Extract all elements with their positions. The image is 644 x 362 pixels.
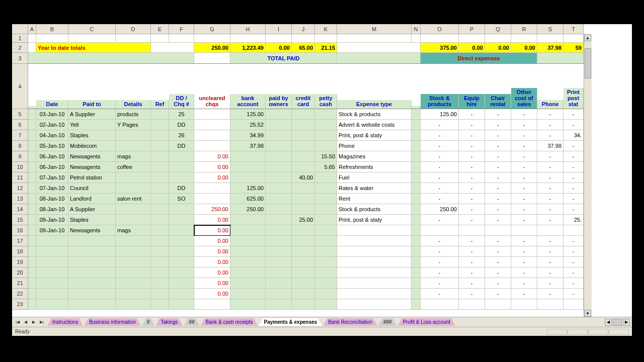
cell[interactable] — [169, 289, 194, 299]
header-K[interactable]: petty cash — [315, 94, 337, 109]
cell[interactable] — [194, 130, 230, 141]
cell[interactable]: - — [564, 289, 584, 299]
cell[interactable]: 0.00 — [194, 151, 230, 162]
cell[interactable] — [68, 299, 116, 310]
cell[interactable]: Print, post & staty — [337, 130, 412, 141]
cell[interactable]: 09-Jan-10 — [36, 225, 68, 236]
cell[interactable] — [266, 246, 292, 257]
cell[interactable]: - — [421, 278, 459, 289]
cell[interactable] — [36, 289, 68, 299]
cell[interactable] — [412, 162, 421, 172]
cell[interactable] — [315, 246, 337, 257]
cell[interactable]: Refreshments — [337, 162, 412, 172]
cell[interactable]: - — [485, 194, 511, 204]
cell[interactable] — [28, 109, 36, 120]
cell[interactable]: 375.00 — [421, 43, 459, 53]
cell[interactable] — [28, 151, 36, 162]
row-header-12[interactable]: 12 — [12, 183, 28, 194]
direct-expenses-header[interactable]: Direct expenses — [421, 53, 537, 64]
cell[interactable]: Rates & water — [337, 183, 412, 194]
col-header-R[interactable]: R — [511, 24, 537, 34]
cell[interactable] — [412, 109, 421, 120]
scroll-right-icon[interactable]: ▶ — [623, 319, 630, 326]
cell[interactable] — [28, 215, 36, 225]
cell[interactable]: - — [485, 278, 511, 289]
header-Q[interactable]: Chair rental — [485, 94, 511, 109]
cell[interactable] — [337, 34, 412, 43]
cell[interactable]: - — [421, 194, 459, 204]
row-header-19[interactable]: 19 — [12, 257, 28, 267]
header-I[interactable]: paid by owners — [266, 94, 292, 109]
cell[interactable] — [412, 183, 421, 194]
cell[interactable]: - — [537, 278, 564, 289]
cell[interactable] — [315, 109, 337, 120]
cell[interactable]: Mobilecom — [68, 141, 116, 151]
cell[interactable] — [266, 172, 292, 183]
cell[interactable]: - — [421, 289, 459, 299]
cell[interactable] — [266, 120, 292, 130]
cell[interactable] — [151, 225, 169, 236]
cell[interactable]: - — [537, 215, 564, 225]
cell[interactable]: - — [421, 215, 459, 225]
select-all-corner[interactable] — [12, 24, 28, 34]
cell[interactable] — [266, 236, 292, 246]
col-header-S[interactable]: S — [537, 24, 564, 34]
header-O[interactable]: Stock & products — [421, 94, 459, 109]
cell[interactable]: Yell — [68, 120, 116, 130]
cell[interactable] — [116, 130, 151, 141]
cell[interactable] — [151, 267, 169, 278]
cell[interactable] — [230, 162, 266, 172]
cell[interactable]: 65.00 — [292, 43, 315, 53]
cell[interactable] — [537, 225, 564, 236]
cell[interactable] — [28, 236, 36, 246]
scroll-thumb[interactable] — [585, 48, 591, 78]
cell[interactable]: 06-Jan-10 — [36, 162, 68, 172]
cell[interactable] — [151, 162, 169, 172]
header-G[interactable]: uncleared chqs — [194, 94, 230, 109]
sheet-tab[interactable]: Business information — [84, 318, 141, 326]
cell[interactable]: 0.00 — [194, 278, 230, 289]
cell[interactable] — [292, 299, 315, 310]
cell[interactable]: - — [459, 194, 485, 204]
cell[interactable] — [266, 141, 292, 151]
cell[interactable] — [292, 183, 315, 194]
cell[interactable]: 25.52 — [230, 120, 266, 130]
cell[interactable]: Magazines — [337, 151, 412, 162]
cell[interactable] — [292, 236, 315, 246]
cell[interactable]: 34. — [564, 130, 584, 141]
cell[interactable]: - — [564, 109, 584, 120]
cell[interactable]: 06-Jan-10 — [36, 151, 68, 162]
header-C[interactable]: Paid to — [68, 100, 116, 109]
cell[interactable]: - — [485, 236, 511, 246]
cell[interactable] — [337, 225, 412, 236]
cell[interactable]: - — [511, 204, 537, 215]
header-D[interactable]: Details — [116, 100, 151, 109]
cell[interactable] — [412, 278, 421, 289]
cell[interactable] — [230, 278, 266, 289]
cell[interactable]: - — [537, 257, 564, 267]
cell[interactable] — [116, 236, 151, 246]
cell[interactable]: 0.00 — [194, 162, 230, 172]
cell[interactable] — [116, 246, 151, 257]
cell[interactable]: - — [459, 289, 485, 299]
cell[interactable] — [230, 289, 266, 299]
cell[interactable] — [169, 151, 194, 162]
cell[interactable] — [230, 299, 266, 310]
cell[interactable]: 0.00 — [266, 43, 292, 53]
cell[interactable]: Newsagents — [68, 225, 116, 236]
cell[interactable] — [315, 34, 337, 43]
cell[interactable] — [292, 34, 315, 43]
cell[interactable]: - — [485, 172, 511, 183]
cell[interactable] — [116, 204, 151, 215]
cell[interactable]: - — [511, 141, 537, 151]
cell[interactable] — [230, 257, 266, 267]
col-header-B[interactable]: B — [36, 24, 68, 34]
cell[interactable] — [151, 120, 169, 130]
cell[interactable]: - — [459, 141, 485, 151]
cell[interactable] — [337, 289, 412, 299]
cell[interactable] — [68, 267, 116, 278]
cell[interactable] — [315, 130, 337, 141]
cell[interactable] — [151, 141, 169, 151]
cell[interactable]: 08-Jan-10 — [36, 204, 68, 215]
cell[interactable] — [315, 120, 337, 130]
